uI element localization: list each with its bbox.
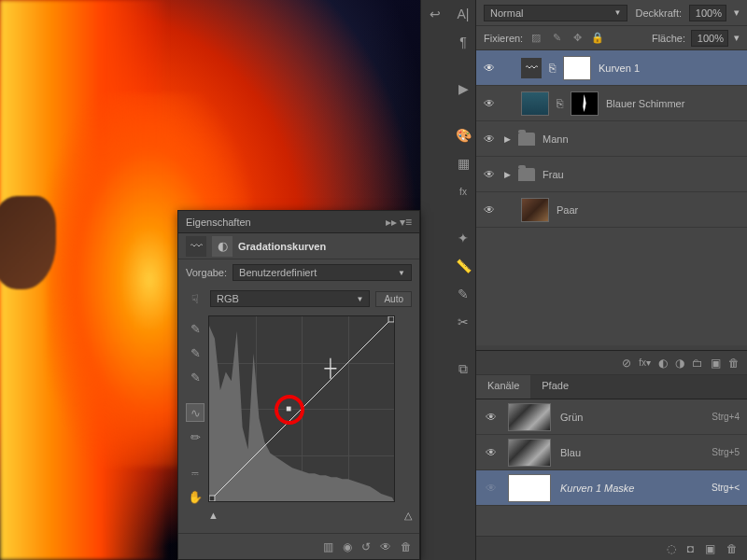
- reset-icon[interactable]: ↺: [361, 540, 371, 553]
- expand-icon[interactable]: ▶: [504, 170, 511, 179]
- blend-mode-value: Normal: [490, 7, 523, 19]
- visibility-icon[interactable]: 👁: [482, 203, 497, 217]
- fx-icon[interactable]: fx: [453, 181, 473, 202]
- toggle-visibility-icon[interactable]: 👁: [380, 540, 391, 553]
- white-slider-icon[interactable]: △: [404, 510, 412, 522]
- channel-name: Grün: [560, 412, 702, 423]
- load-selection-icon[interactable]: ◌: [667, 542, 676, 555]
- preset-label: Vorgabe:: [186, 267, 227, 278]
- auto-button[interactable]: Auto: [375, 291, 412, 307]
- opacity-input[interactable]: 100%: [689, 5, 726, 21]
- hand-icon[interactable]: ✋: [186, 487, 204, 506]
- lock-transparency-icon[interactable]: ▨: [529, 31, 543, 46]
- curve-tools: ✎ ✎ ✎ ∿ ✏ ⎓ ✋: [186, 315, 208, 506]
- preset-dropdown[interactable]: Benutzerdefiniert ▼: [233, 264, 412, 281]
- history-icon[interactable]: ↩: [425, 4, 445, 24]
- chevron-down-icon[interactable]: ▾: [734, 32, 740, 44]
- curves-graph[interactable]: ┼: [208, 315, 395, 502]
- layer-group-row[interactable]: 👁 ▶ Frau: [476, 157, 747, 192]
- eyedropper-white-icon[interactable]: ✎: [186, 368, 204, 386]
- view-previous-icon[interactable]: ◉: [343, 540, 352, 553]
- clip-to-layer-icon[interactable]: ▥: [323, 540, 333, 553]
- properties-panel: Eigenschaften ▸▸ ▾≡ 〰 ◐ Gradationskurven…: [177, 210, 420, 560]
- expand-icon[interactable]: ▶: [504, 134, 511, 144]
- layer-name: Frau: [543, 169, 564, 180]
- delete-channel-icon[interactable]: 🗑: [726, 542, 738, 555]
- layer-mask-thumb[interactable]: [571, 91, 599, 116]
- fill-label: Fläche:: [652, 33, 685, 44]
- channel-row[interactable]: 👁 Blau Strg+5: [476, 435, 747, 470]
- lock-pixels-icon[interactable]: ✎: [549, 31, 564, 46]
- adjustment-title: Gradationskurven: [238, 241, 326, 252]
- play-icon[interactable]: ▶: [453, 78, 473, 99]
- curves-icon: 〰: [186, 236, 206, 257]
- layer-row[interactable]: 👁 Paar: [476, 192, 747, 228]
- blend-mode-dropdown[interactable]: Normal ▼: [484, 5, 627, 21]
- opacity-label: Deckkraft:: [635, 7, 682, 19]
- channel-row[interactable]: 👁 Grün Strg+4: [476, 399, 747, 435]
- link-icon[interactable]: ⊘: [622, 357, 631, 370]
- eyedropper-black-icon[interactable]: ✎: [186, 319, 204, 338]
- new-channel-icon[interactable]: ▣: [705, 542, 715, 555]
- black-slider-icon[interactable]: ▲: [208, 510, 218, 522]
- lock-label: Fixieren:: [484, 33, 523, 44]
- note-icon[interactable]: ✎: [453, 284, 473, 304]
- visibility-icon[interactable]: 👁: [482, 168, 497, 181]
- curve-pencil-tool-icon[interactable]: ✏: [186, 427, 204, 446]
- slice-icon[interactable]: ✂: [453, 312, 473, 332]
- visibility-icon[interactable]: 👁: [482, 62, 497, 75]
- channel-dropdown[interactable]: RGB ▼: [210, 290, 370, 307]
- swatches-icon[interactable]: 🎨: [453, 125, 473, 146]
- layer-row[interactable]: 👁 ⎘ Blauer Schimmer: [476, 86, 747, 121]
- mask-icon[interactable]: ◐: [658, 357, 668, 370]
- mask-icon[interactable]: ◐: [212, 236, 233, 257]
- save-selection-icon[interactable]: ◘: [687, 542, 694, 555]
- channel-value: RGB: [217, 293, 239, 304]
- curve-point-tool-icon[interactable]: ∿: [186, 403, 204, 422]
- paragraph-panel-icon[interactable]: ¶: [453, 32, 473, 52]
- smooth-icon[interactable]: ⎓: [186, 463, 204, 482]
- chevron-down-icon: ▼: [357, 295, 364, 303]
- visibility-icon[interactable]: 👁: [484, 446, 499, 459]
- highlight-circle: [275, 395, 304, 425]
- delete-icon[interactable]: 🗑: [728, 357, 740, 370]
- fx-icon[interactable]: fx▾: [639, 357, 651, 368]
- ruler-icon[interactable]: 📏: [453, 256, 473, 276]
- panel-menu-icon[interactable]: ▾≡: [400, 216, 412, 229]
- chevron-down-icon: ▼: [614, 8, 622, 17]
- layer-mask-thumb[interactable]: [563, 56, 591, 80]
- tab-channels[interactable]: Kanäle: [476, 375, 530, 399]
- screens-icon[interactable]: ⧉: [453, 358, 473, 379]
- lock-all-icon[interactable]: 🔒: [590, 31, 605, 46]
- collapse-icon[interactable]: ▸▸: [386, 216, 397, 229]
- channel-name: Blau: [560, 447, 702, 458]
- delete-icon[interactable]: 🗑: [401, 540, 412, 553]
- adjustment-icon[interactable]: ◑: [675, 357, 684, 370]
- visibility-icon[interactable]: 👁: [484, 482, 499, 495]
- layer-thumb[interactable]: [521, 198, 549, 222]
- wand-icon[interactable]: ✦: [453, 228, 473, 248]
- tab-paths[interactable]: Pfade: [530, 375, 580, 399]
- curves-adjustment-icon: 〰: [521, 58, 542, 78]
- visibility-icon[interactable]: 👁: [484, 411, 499, 424]
- channel-shortcut: Strg+4: [712, 412, 740, 422]
- grid-icon[interactable]: ▦: [453, 153, 473, 174]
- layer-group-row[interactable]: 👁 ▶ Mann: [476, 121, 747, 157]
- channels-panel: ⊘ fx▾ ◐ ◑ 🗀 ▣ 🗑 Kanäle Pfade 👁 Grün Strg…: [476, 350, 747, 560]
- new-icon[interactable]: ▣: [711, 357, 721, 370]
- lock-position-icon[interactable]: ✥: [570, 31, 585, 46]
- fill-input[interactable]: 100%: [691, 30, 728, 47]
- visibility-icon[interactable]: 👁: [482, 133, 497, 146]
- character-panel-icon[interactable]: A|: [453, 4, 473, 24]
- link-icon: ⎘: [557, 97, 563, 110]
- visibility-icon[interactable]: 👁: [482, 97, 497, 110]
- layer-thumb[interactable]: [521, 91, 549, 116]
- channel-thumb: [508, 474, 551, 502]
- layer-row[interactable]: 👁 〰 ⎘ Kurven 1: [476, 50, 747, 86]
- folder-icon[interactable]: 🗀: [692, 357, 703, 370]
- layer-name: Paar: [557, 204, 578, 216]
- eyedropper-gray-icon[interactable]: ✎: [186, 343, 204, 362]
- channel-row[interactable]: 👁 Kurven 1 Maske Strg+<: [476, 470, 747, 506]
- chevron-down-icon[interactable]: ▾: [734, 7, 740, 19]
- targeted-adjust-icon[interactable]: ☟: [186, 289, 204, 308]
